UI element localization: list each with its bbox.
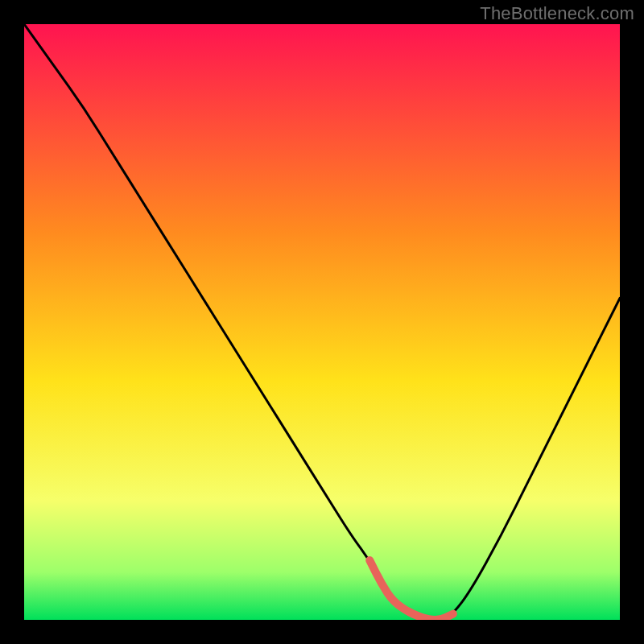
background-rect (24, 24, 620, 620)
plot-area (24, 24, 620, 620)
watermark-text: TheBottleneck.com (480, 3, 634, 24)
chart-svg (24, 24, 620, 620)
chart-frame: TheBottleneck.com (0, 0, 644, 644)
